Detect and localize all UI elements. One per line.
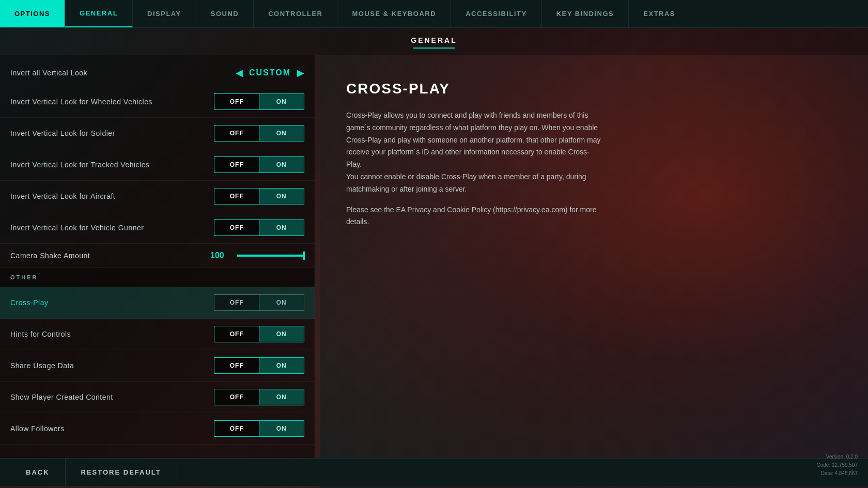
detail-text: Cross-Play allows you to connect and pla… [346,109,605,228]
left-panel: Invert all Vertical Look ◀ CUSTOM ▶ Inve… [0,55,315,458]
version-line3: Data: 4,848,867 [816,469,858,478]
tab-controller[interactable]: CONTROLLER [254,0,337,27]
tab-accessibility[interactable]: ACCESSIBILITY [451,0,541,27]
setting-label-soldier: Invert Vertical Look for Soldier [10,129,115,137]
tab-extras[interactable]: EXTRAS [629,0,690,27]
setting-camera-shake[interactable]: Camera Shake Amount 100 [0,244,315,268]
custom-control-invert-all: ◀ CUSTOM ▶ [236,67,304,78]
setting-invert-soldier[interactable]: Invert Vertical Look for Soldier OFF ON [0,118,315,149]
setting-allow-followers[interactable]: Allow Followers OFF ON [0,413,315,445]
restore-default-button[interactable]: RESTORE DEFAULT [66,459,177,486]
toggle-indicator [259,125,304,141]
toggle-off-label: OFF [214,94,259,109]
setting-invert-vehicle-gunner[interactable]: Invert Vertical Look for Vehicle Gunner … [0,212,315,244]
toggle-player-content[interactable]: OFF ON [214,389,304,405]
version-line1: Version: 0.2.0 [816,453,858,461]
slider-track-camera-shake[interactable] [237,255,304,257]
toggle-off-label: OFF [214,421,259,436]
arrow-left-invert-all[interactable]: ◀ [236,67,243,78]
tab-display[interactable]: DISPLAY [133,0,196,27]
slider-fill-camera-shake [237,255,304,257]
toggle-off-label: OFF [214,157,259,172]
setting-invert-all-vertical-look[interactable]: Invert all Vertical Look ◀ CUSTOM ▶ [0,60,315,86]
tab-general[interactable]: GENERAL [65,0,133,27]
top-navigation: OPTIONS GENERAL DISPLAY SOUND CONTROLLER… [0,0,868,28]
setting-cross-play[interactable]: Cross-Play OFF ON [0,287,315,319]
toggle-off-label: OFF [214,389,259,405]
tab-key-bindings[interactable]: KEY BINDINGS [542,0,629,27]
bottom-bar: BACK RESTORE DEFAULT [0,458,868,486]
toggle-cross-play[interactable]: OFF ON [214,294,304,311]
toggle-indicator [259,389,304,405]
setting-label-hints: Hints for Controls [10,330,71,338]
toggle-wheeled-vehicles[interactable]: OFF ON [214,93,304,110]
main-content: Invert all Vertical Look ◀ CUSTOM ▶ Inve… [0,55,868,458]
toggle-off-label: OFF [214,188,259,204]
version-line2: Code: 12,759,507 [816,461,858,469]
arrow-right-invert-all[interactable]: ▶ [297,67,304,78]
toggle-soldier[interactable]: OFF ON [214,125,304,141]
toggle-off-label: OFF [214,295,259,310]
setting-invert-tracked-vehicles[interactable]: Invert Vertical Look for Tracked Vehicle… [0,149,315,181]
toggle-indicator [259,157,304,172]
toggle-aircraft[interactable]: OFF ON [214,188,304,204]
right-panel: CROSS-PLAY Cross-Play allows you to conn… [315,55,868,458]
slider-control-camera-shake: 100 [210,251,304,260]
toggle-indicator [259,94,304,109]
toggle-share-usage[interactable]: OFF ON [214,357,304,374]
toggle-indicator [259,358,304,373]
toggle-tracked-vehicles[interactable]: OFF ON [214,156,304,173]
custom-value-invert-all: CUSTOM [249,68,291,77]
setting-label-tracked: Invert Vertical Look for Tracked Vehicle… [10,161,150,169]
toggle-indicator [259,220,304,235]
setting-label-invert-all: Invert all Vertical Look [10,69,87,77]
setting-invert-wheeled-vehicles[interactable]: Invert Vertical Look for Wheeled Vehicle… [0,86,315,118]
detail-paragraph-2: Please see the EA Privacy and Cookie Pol… [346,204,605,229]
setting-invert-aircraft[interactable]: Invert Vertical Look for Aircraft OFF ON [0,181,315,212]
toggle-followers[interactable]: OFF ON [214,420,304,437]
toggle-off-label: OFF [214,358,259,373]
section-title-bar: GENERAL [0,28,868,55]
setting-show-player-content[interactable]: Show Player Created Content OFF ON [0,382,315,413]
setting-label-vehicle-gunner: Invert Vertical Look for Vehicle Gunner [10,224,144,232]
section-title-underline [413,48,455,49]
toggle-indicator [259,188,304,204]
setting-label-wheeled: Invert Vertical Look for Wheeled Vehicle… [10,98,152,106]
slider-thumb-camera-shake [303,251,305,260]
setting-label-followers: Allow Followers [10,424,65,433]
tab-mouse-keyboard[interactable]: MOUSE & KEYBOARD [337,0,451,27]
back-button[interactable]: BACK [10,459,66,486]
toggle-off-label: OFF [214,220,259,235]
toggle-indicator [259,326,304,342]
setting-label-aircraft: Invert Vertical Look for Aircraft [10,192,115,200]
setting-label-cross-play: Cross-Play [10,298,48,307]
toggle-indicator [259,421,304,436]
setting-label-share-usage: Share Usage Data [10,361,74,370]
toggle-off-label: OFF [214,125,259,141]
toggle-hints[interactable]: OFF ON [214,326,304,342]
toggle-off-label: OFF [214,326,259,342]
section-divider-other: OTHER [0,268,315,287]
setting-label-player-content: Show Player Created Content [10,393,113,401]
setting-share-usage-data[interactable]: Share Usage Data OFF ON [0,350,315,382]
setting-label-camera-shake: Camera Shake Amount [10,251,90,260]
section-title: GENERAL [0,36,868,44]
slider-value-camera-shake: 100 [210,251,231,260]
toggle-vehicle-gunner[interactable]: OFF ON [214,219,304,236]
version-info: Version: 0.2.0 Code: 12,759,507 Data: 4,… [816,453,858,478]
tab-sound[interactable]: SOUND [196,0,254,27]
detail-title: CROSS-PLAY [346,81,837,97]
setting-hints-for-controls[interactable]: Hints for Controls OFF ON [0,319,315,350]
detail-paragraph-1: Cross-Play allows you to connect and pla… [346,109,605,196]
toggle-indicator [259,295,304,310]
tab-options[interactable]: OPTIONS [0,0,65,27]
